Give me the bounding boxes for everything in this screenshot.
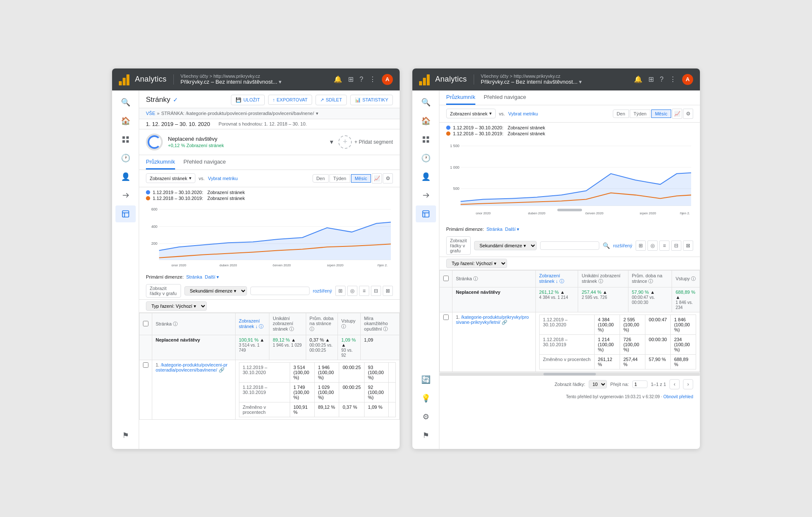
th-entr-right[interactable]: Vstupy ⓘ (672, 270, 700, 287)
period-week-right[interactable]: Týden (630, 109, 650, 118)
sidebar-audience-right[interactable]: 👤 (416, 168, 436, 185)
link-icon-right[interactable]: 🔗 (502, 320, 508, 325)
th-uniq-right[interactable]: Unikátní zobrazení stránek ⓘ (578, 270, 628, 287)
sidebar-flag-right[interactable]: ⚑ (416, 427, 436, 444)
dim-stránka-link[interactable]: Stránka (186, 274, 202, 279)
sidebar-home-right[interactable]: 🏠 (416, 112, 436, 129)
view-table-right[interactable]: ⊞ (636, 241, 646, 251)
rows-per-page[interactable]: 10 25 50 (589, 380, 607, 388)
table-search-right[interactable] (540, 241, 599, 250)
tab-explorer-right[interactable]: Průzkumník (446, 90, 475, 105)
more-icon[interactable]: ⋮ (369, 75, 376, 83)
dim-more-right[interactable]: Další ▾ (505, 227, 519, 232)
sidebar-settings-right[interactable]: ⚙ (416, 408, 436, 425)
period-week[interactable]: Týden (329, 174, 350, 183)
sidebar-item-behavior[interactable] (115, 205, 136, 222)
th-entrances[interactable]: Vstupy ⓘ (337, 313, 360, 335)
export-button[interactable]: ↑ EXPORTOVAT (268, 95, 313, 105)
breadcrumb-expand[interactable]: ▾ (316, 111, 318, 116)
view-list-right[interactable]: ≡ (659, 241, 669, 251)
secondary-dim-right[interactable]: Sekundární dimenze ▾ (474, 241, 537, 250)
sidebar-reports-right[interactable] (416, 131, 436, 148)
table-search[interactable] (250, 287, 310, 295)
chart-line-right[interactable]: 📈 (672, 109, 682, 119)
th-page[interactable]: Stránka ⓘ (152, 313, 236, 335)
show-graph-btn[interactable]: Zobrazit řádky v grafu (146, 284, 181, 298)
sidebar-item-flag[interactable]: ⚑ (115, 427, 136, 444)
th-bounce[interactable]: Míra okamžitého opuštění ⓘ (360, 313, 399, 335)
period-day[interactable]: Den (313, 174, 329, 183)
page-number-input[interactable] (632, 380, 647, 388)
secondary-dim-select[interactable]: Sekundární dimenze ▾ (184, 286, 247, 295)
link-icon[interactable]: 🔗 (219, 367, 225, 372)
th-pv-right[interactable]: Zobrazení stránek ↓ ⓘ (535, 270, 578, 287)
tab-nav-overview[interactable]: Přehled navigace (184, 155, 226, 170)
grid-icon[interactable]: ⊞ (348, 75, 354, 83)
th-unique[interactable]: Unikátní zobrazení stránek ⓘ (269, 313, 306, 335)
chart-type-bar[interactable]: ⚙ (383, 173, 393, 183)
th-time-right[interactable]: Prům. doba na stránce ⓘ (628, 270, 672, 287)
avatar-right[interactable]: A (682, 74, 693, 85)
view-pivot-right[interactable]: ⊟ (671, 241, 681, 251)
dim-more-link[interactable]: Další ▾ (205, 274, 219, 280)
type-select-right[interactable]: Typ řazení: Výchozí ▾ (446, 259, 507, 268)
show-graph-btn-right[interactable]: Zobrazit řádky v grafu (446, 236, 471, 255)
refresh-link[interactable]: Obnovit přehled (663, 394, 693, 399)
add-segment-button[interactable]: + + Přidat segment (338, 135, 393, 149)
th-pageviews[interactable]: Zobrazení stránek ↓ ⓘ (235, 313, 269, 335)
chart-bar-right[interactable]: ⚙ (683, 109, 693, 119)
select-all[interactable] (143, 321, 148, 326)
sidebar-search-right[interactable]: 🔍 (416, 94, 436, 111)
period-month-right[interactable]: Měsíc (651, 109, 671, 118)
sidebar-item-home[interactable]: 🏠 (115, 112, 136, 129)
view-custom[interactable]: ⊠ (383, 286, 393, 296)
next-page-btn[interactable]: › (683, 379, 693, 389)
avatar-left[interactable]: A (382, 74, 393, 85)
select-metric-link[interactable]: Vybrat metriku (208, 176, 238, 181)
row-checkbox[interactable] (143, 362, 148, 368)
tab-nav-right[interactable]: Přehled navigace (484, 90, 526, 105)
sidebar-item-realtime[interactable]: 🕐 (115, 150, 136, 167)
sidebar-item-audience[interactable]: 👤 (115, 168, 136, 185)
bell-icon-right[interactable]: 🔔 (634, 75, 642, 83)
share-button[interactable]: ↗ SDÍLET (315, 95, 347, 105)
th-time[interactable]: Prům. doba na stránce ⓘ (306, 313, 337, 335)
search-icon-right[interactable]: 🔍 (603, 242, 610, 249)
view-pie-right[interactable]: ◎ (647, 241, 658, 251)
period-month[interactable]: Měsíc (351, 174, 371, 183)
select-all-right[interactable] (443, 276, 449, 281)
type-select[interactable]: Typ řazení: Výchozí ▾ (146, 301, 207, 311)
sidebar-item-acquisition[interactable] (115, 187, 136, 204)
stats-button[interactable]: 📊 STATISTIKY (350, 95, 393, 105)
sidebar-refresh-right[interactable]: 🔄 (416, 371, 436, 388)
view-pivot[interactable]: ⊟ (371, 286, 381, 296)
rozs-link[interactable]: rozšířený (313, 288, 332, 293)
dim-stránka-right[interactable]: Stránka (486, 227, 502, 232)
metric-select-right[interactable]: Zobrazení stránek ▾ (446, 109, 496, 118)
prev-page-btn[interactable]: ‹ (669, 379, 680, 389)
row-check-right[interactable] (443, 315, 449, 320)
segment-dropdown[interactable]: ▾ (330, 138, 333, 146)
select-metric-right[interactable]: Vybrat metriku (508, 111, 538, 116)
th-page-right[interactable]: Stránka ⓘ (453, 270, 536, 287)
metric-select[interactable]: Zobrazení stránek ▾ (146, 173, 195, 183)
view-custom-right[interactable]: ⊠ (683, 241, 693, 251)
rozs-link-right[interactable]: rozšířený (613, 243, 632, 248)
grid-icon-right[interactable]: ⊞ (648, 75, 654, 83)
chart-type-line[interactable]: 📈 (372, 173, 382, 183)
help-icon[interactable]: ? (359, 76, 363, 83)
help-icon-right[interactable]: ? (660, 76, 664, 83)
sidebar-light-right[interactable]: 💡 (416, 390, 436, 407)
sidebar-item-reports[interactable] (115, 131, 136, 148)
view-list[interactable]: ≡ (359, 286, 369, 296)
scroll-bar[interactable] (439, 372, 700, 375)
save-button[interactable]: 💾 ULOŽIT (231, 95, 264, 105)
view-pie[interactable]: ◎ (347, 286, 357, 296)
sidebar-item-search[interactable]: 🔍 (115, 94, 136, 111)
more-icon-right[interactable]: ⋮ (669, 75, 676, 83)
sidebar-acquisition-right[interactable] (416, 187, 436, 204)
breadcrumb-all-link[interactable]: VŠE (146, 111, 155, 116)
tab-explorer[interactable]: Průzkumník (146, 155, 175, 170)
sidebar-behavior-right[interactable] (416, 205, 436, 222)
period-day-right[interactable]: Den (613, 109, 629, 118)
